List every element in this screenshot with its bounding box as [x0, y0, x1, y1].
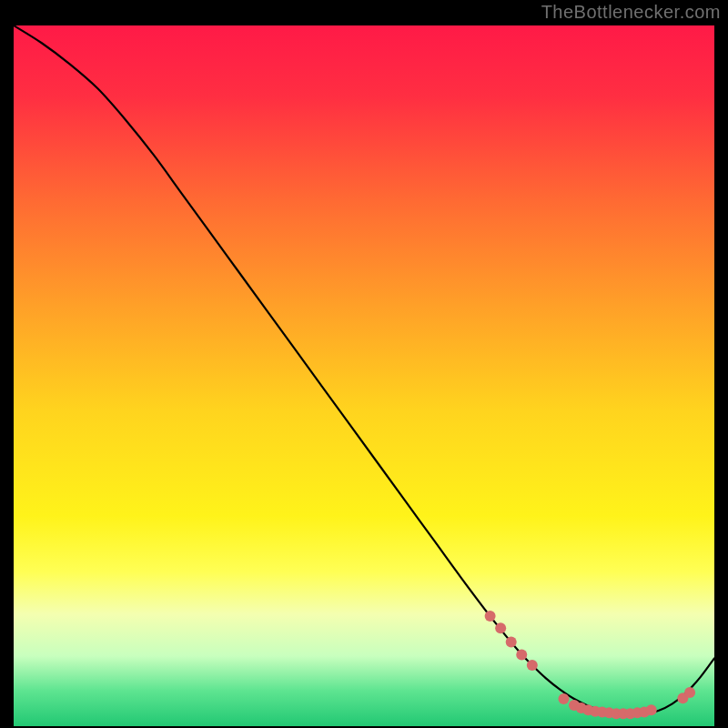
- highlight-dot: [506, 637, 517, 648]
- highlight-dot: [527, 660, 538, 671]
- chart-svg: [14, 25, 714, 726]
- highlight-dot: [485, 611, 496, 622]
- highlight-dot: [558, 693, 569, 704]
- watermark-text: TheBottlenecker.com: [541, 2, 721, 23]
- chart-stage: TheBottlenecker.com: [0, 0, 728, 728]
- highlight-dot: [646, 704, 657, 715]
- gradient-background: [14, 25, 714, 726]
- chart-plot: [14, 25, 714, 726]
- highlight-dot: [495, 622, 506, 633]
- highlight-dot: [516, 649, 527, 660]
- highlight-dot: [684, 687, 695, 698]
